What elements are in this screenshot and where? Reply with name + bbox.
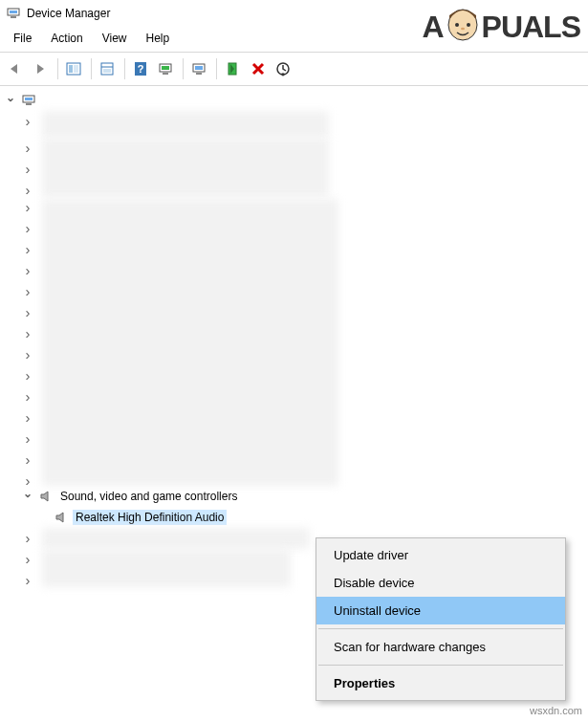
toolbar-separator <box>124 58 125 79</box>
chevron-right-icon[interactable] <box>21 162 34 178</box>
show-hide-tree-button[interactable] <box>63 57 86 80</box>
enable-device-button[interactable] <box>222 57 245 80</box>
chevron-right-icon[interactable] <box>21 326 34 342</box>
cm-separator <box>318 628 563 629</box>
blurred-content <box>42 138 329 197</box>
context-menu: Update driver Disable device Uninstall d… <box>316 537 566 701</box>
chevron-right-icon[interactable] <box>21 452 34 469</box>
watermark-logo: A PUALS <box>422 6 580 48</box>
cm-update-driver[interactable]: Update driver <box>316 541 565 569</box>
svg-rect-17 <box>196 73 202 75</box>
watermark-prefix: A <box>422 10 443 45</box>
toolbar: ? <box>0 52 588 86</box>
toolbar-separator <box>57 58 58 79</box>
chevron-right-icon[interactable] <box>21 200 34 216</box>
cm-separator <box>318 665 563 666</box>
svg-rect-16 <box>195 66 203 70</box>
chevron-right-icon[interactable] <box>21 531 34 547</box>
disable-device-button[interactable] <box>272 57 294 80</box>
menu-action[interactable]: Action <box>43 31 90 46</box>
svg-rect-22 <box>26 103 32 105</box>
chevron-down-icon[interactable] <box>4 94 17 107</box>
svg-point-24 <box>455 23 459 27</box>
chevron-right-icon[interactable] <box>21 284 34 300</box>
toolbar-separator <box>183 58 184 79</box>
back-button[interactable] <box>5 57 28 80</box>
chevron-right-icon[interactable] <box>21 431 34 448</box>
uninstall-device-button[interactable] <box>247 57 270 80</box>
svg-point-25 <box>467 23 470 27</box>
category-label: Sound, video and game controllers <box>57 489 240 504</box>
watermark-suffix: PUALS <box>482 10 580 45</box>
chevron-right-icon[interactable] <box>21 114 34 130</box>
speaker-icon <box>54 510 69 525</box>
forward-button[interactable] <box>30 57 53 80</box>
chevron-down-icon[interactable] <box>21 490 34 503</box>
chevron-right-icon[interactable] <box>21 221 34 237</box>
device-label: Realtek High Definition Audio <box>73 510 227 525</box>
tree-device-realtek[interactable]: Realtek High Definition Audio <box>0 507 588 528</box>
cm-scan-hardware[interactable]: Scan for hardware changes <box>316 633 565 661</box>
tree-root[interactable] <box>0 90 588 111</box>
chevron-right-icon[interactable] <box>21 242 34 258</box>
chevron-right-icon[interactable] <box>21 573 34 589</box>
svg-rect-13 <box>162 66 169 70</box>
toolbar-separator <box>91 58 92 79</box>
menu-help[interactable]: Help <box>139 31 178 46</box>
svg-rect-1 <box>10 11 17 13</box>
chevron-right-icon[interactable] <box>21 263 34 279</box>
window-title: Device Manager <box>27 7 110 20</box>
update-driver-button[interactable] <box>188 57 211 80</box>
chevron-right-icon[interactable] <box>21 183 34 199</box>
chevron-right-icon[interactable] <box>21 141 34 157</box>
watermark-face-icon <box>444 6 482 48</box>
blurred-content <box>42 199 338 486</box>
chevron-right-icon[interactable] <box>21 368 34 384</box>
blurred-content <box>42 549 291 587</box>
svg-rect-6 <box>101 63 113 75</box>
menu-file[interactable]: File <box>6 31 39 46</box>
properties-button[interactable] <box>97 57 120 80</box>
help-button[interactable]: ? <box>130 57 153 80</box>
svg-rect-4 <box>69 65 73 73</box>
speaker-icon <box>38 489 54 504</box>
attribution-text: wsxdn.com <box>530 705 582 716</box>
chevron-right-icon[interactable] <box>21 389 34 405</box>
svg-rect-2 <box>11 16 16 18</box>
scan-hardware-button[interactable] <box>155 57 178 80</box>
blurred-content <box>42 528 310 549</box>
menu-view[interactable]: View <box>95 31 135 46</box>
chevron-right-icon[interactable] <box>21 347 34 363</box>
svg-point-26 <box>461 28 465 30</box>
svg-rect-14 <box>163 73 168 75</box>
blurred-content <box>42 111 329 138</box>
toolbar-separator <box>216 58 217 79</box>
device-manager-icon <box>6 6 21 21</box>
chevron-right-icon[interactable] <box>21 552 34 568</box>
cm-properties[interactable]: Properties <box>316 669 565 697</box>
computer-icon <box>21 93 36 108</box>
tree-category-sound[interactable]: Sound, video and game controllers <box>0 486 588 507</box>
cm-disable-device[interactable]: Disable device <box>316 569 565 597</box>
chevron-right-icon[interactable] <box>21 410 34 427</box>
svg-text:?: ? <box>138 63 144 75</box>
cm-uninstall-device[interactable]: Uninstall device <box>316 597 565 624</box>
svg-rect-21 <box>25 98 33 100</box>
chevron-right-icon[interactable] <box>21 305 34 321</box>
svg-rect-5 <box>74 65 78 73</box>
